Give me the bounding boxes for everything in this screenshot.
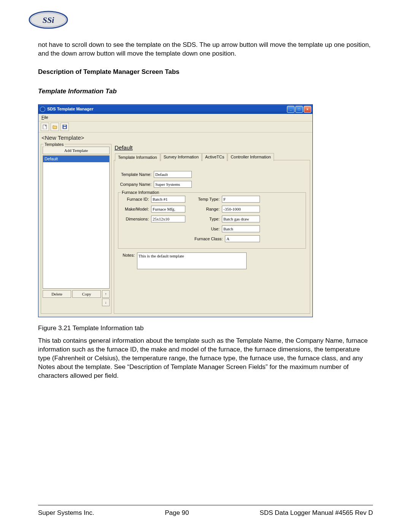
window-title: SDS Template Manager [47, 106, 286, 112]
tab-survey-information[interactable]: Survey Information [161, 153, 202, 161]
footer-rule [38, 505, 373, 505]
use-field[interactable] [222, 225, 260, 232]
use-label: Use: [192, 226, 222, 232]
furnace-id-label: Furnace ID: [121, 197, 151, 202]
footer-center: Page 90 [165, 509, 189, 517]
intro-paragraph: not have to scroll down to see the templ… [38, 41, 373, 58]
range-label: Range: [192, 206, 222, 212]
copy-button[interactable]: Copy [72, 290, 101, 298]
open-icon[interactable] [51, 123, 59, 131]
dimensions-label: Dimensions: [121, 216, 151, 222]
new-icon[interactable] [41, 123, 49, 131]
svg-rect-6 [64, 125, 66, 126]
close-button[interactable]: × [304, 106, 311, 113]
make-model-label: Make/Model: [121, 206, 151, 212]
range-field[interactable] [222, 206, 260, 212]
type-label: Type: [192, 216, 222, 222]
titlebar: SDS Template Manager _ □ × [38, 105, 312, 114]
furnace-id-field[interactable] [151, 196, 185, 203]
right-pane-title: Default [114, 144, 310, 153]
file-menu[interactable]: File [41, 115, 49, 120]
app-icon [40, 107, 45, 112]
ssi-logo: SSi [27, 10, 373, 33]
tab-strip: Template Information Survey Information … [115, 153, 274, 161]
svg-text:SSi: SSi [43, 15, 54, 25]
make-model-field[interactable] [151, 206, 185, 212]
list-item[interactable]: Default [43, 156, 109, 162]
maximize-button[interactable]: □ [295, 106, 303, 113]
dimensions-field[interactable] [151, 216, 185, 222]
body-paragraph: This tab contains general information ab… [38, 337, 373, 380]
templates-panel: Templates Add Template Default Delete Co… [41, 144, 112, 314]
temp-type-field[interactable] [222, 196, 260, 203]
furnace-info-title: Furnace Information [121, 190, 160, 195]
template-name-field[interactable] [154, 171, 192, 178]
furnace-info-fieldset: Furnace Information Furnace ID: Make/Mod… [118, 192, 306, 249]
company-name-label: Company Name: [118, 182, 154, 187]
template-header: <New Template> [38, 133, 312, 144]
move-down-button[interactable]: ↓ [102, 299, 110, 306]
type-field[interactable] [222, 216, 260, 222]
footer-left: Super Systems Inc. [38, 509, 94, 517]
delete-button[interactable]: Delete [43, 290, 71, 298]
footer-right: SDS Data Logger Manual #4565 Rev D [260, 509, 373, 517]
temp-type-label: Temp Type: [192, 197, 222, 202]
tab-controller-information[interactable]: Controller Information [228, 153, 274, 161]
svg-rect-5 [64, 127, 66, 128]
company-name-field[interactable] [154, 181, 192, 188]
subsection-heading: Template Information Tab [38, 87, 373, 96]
page-footer: Super Systems Inc. Page 90 SDS Data Logg… [38, 509, 373, 517]
figure-caption: Figure 3.21 Template Information tab [38, 324, 373, 333]
move-up-button[interactable]: ↑ [102, 290, 110, 298]
notes-field[interactable] [137, 252, 247, 269]
tab-panel: Template Information Survey Information … [114, 160, 310, 314]
save-icon[interactable] [61, 123, 69, 131]
notes-label: Notes: [118, 252, 137, 258]
template-list[interactable]: Default [43, 155, 110, 289]
furnace-class-field[interactable] [225, 235, 260, 242]
section-heading: Description of Template Manager Screen T… [38, 68, 373, 77]
toolbar [38, 121, 312, 133]
template-name-label: Template Name: [118, 172, 154, 177]
menubar: File [38, 114, 312, 121]
add-template-button[interactable]: Add Template [43, 147, 110, 154]
tab-template-information[interactable]: Template Information [115, 153, 160, 161]
templates-panel-title: Templates [43, 142, 65, 147]
sds-template-manager-window: SDS Template Manager _ □ × File <New Tem… [38, 104, 313, 317]
minimize-button[interactable]: _ [287, 106, 295, 113]
furnace-class-label: Furnace Class: [192, 236, 225, 242]
tab-active-tcs[interactable]: ActiveTCs [202, 153, 227, 161]
